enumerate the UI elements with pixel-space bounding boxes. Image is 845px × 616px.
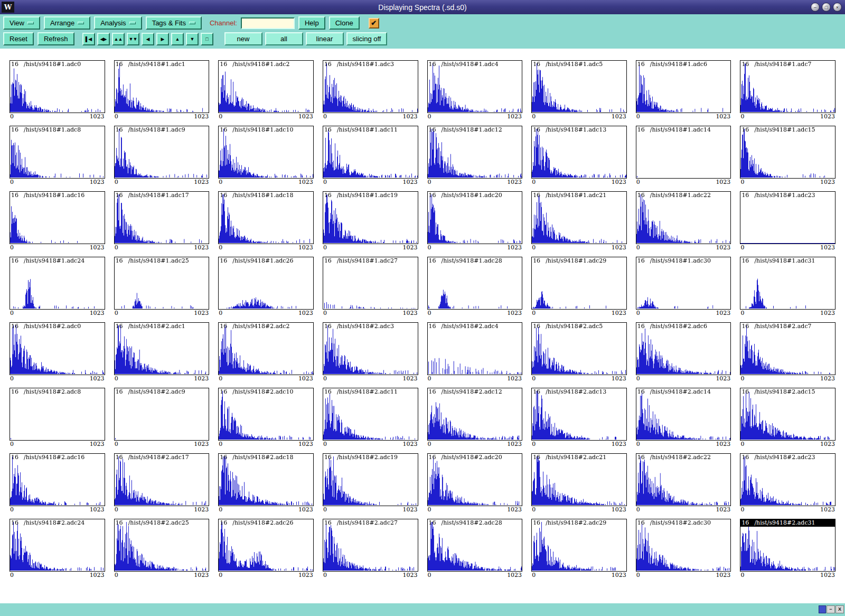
analysis-menu-button[interactable]: Analysis [94, 16, 142, 30]
spectrum-panel[interactable]: 16 /hist/s9418#1.adc23 0 1023 [740, 191, 835, 251]
spectrum-panel[interactable]: 16 /hist/s9418#2.adc23 0 1023 [740, 453, 835, 513]
view-menu-button[interactable]: View [3, 16, 40, 30]
spectrum-panel[interactable]: 16 /hist/s9418#1.adc29 0 1023 [531, 257, 627, 316]
spectrum-panel[interactable]: 16 /hist/s9418#2.adc13 0 1023 [531, 388, 627, 447]
spectrum-panel[interactable]: 16 /hist/s9418#1.adc6 0 1023 [636, 60, 731, 120]
spectrum-panel[interactable]: 16 /hist/s9418#2.adc6 0 1023 [636, 322, 731, 382]
spectrum-panel[interactable]: 16 /hist/s9418#2.adc24 0 1023 [10, 519, 105, 578]
spectrum-panel[interactable]: 16 /hist/s9418#2.adc29 0 1023 [531, 519, 627, 578]
tags-fits-menu-button[interactable]: Tags & Fits [146, 16, 202, 30]
spectrum-panel[interactable]: 16 /hist/s9418#1.adc11 0 1023 [323, 126, 418, 185]
spectrum-panel[interactable]: 16 /hist/s9418#2.adc4 0 1023 [427, 322, 523, 382]
arrange-menu-button[interactable]: Arrange [44, 16, 90, 30]
scroll-down-button[interactable]: ▼▼ [127, 33, 139, 45]
spectrum-panel[interactable]: 16 /hist/s9418#1.adc26 0 1023 [218, 257, 314, 316]
corner-close-button[interactable]: X [835, 605, 844, 613]
pane-down-button[interactable]: ▼ [186, 33, 199, 45]
spectrum-panel[interactable]: 16 /hist/s9418#1.adc21 0 1023 [531, 191, 627, 251]
spectrum-panel[interactable]: 16 /hist/s9418#2.adc12 0 1023 [427, 388, 523, 447]
spectrum-panel[interactable]: 16 /hist/s9418#2.adc25 0 1023 [114, 519, 210, 578]
spectrum-panel[interactable]: 16 /hist/s9418#1.adc2 0 1023 [218, 60, 314, 120]
spectrum-panel[interactable]: 16 /hist/s9418#1.adc12 0 1023 [427, 126, 523, 185]
x-min-label: 0 [115, 375, 118, 382]
spectrum-panel[interactable]: 16 /hist/s9418#2.adc27 0 1023 [323, 519, 418, 578]
first-pane-button[interactable]: ▌◀ [82, 33, 95, 45]
spectrum-panel[interactable]: 16 /hist/s9418#1.adc14 0 1023 [636, 126, 731, 185]
new-button[interactable]: new [224, 32, 262, 45]
all-button[interactable]: all [265, 32, 303, 45]
spectrum-x-axis: 0 1023 [10, 113, 105, 120]
reset-button[interactable]: Reset [3, 32, 34, 45]
single-pane-button[interactable]: □ [201, 33, 213, 45]
spectrum-panel[interactable]: 16 /hist/s9418#1.adc16 0 1023 [10, 191, 105, 251]
refresh-button[interactable]: Refresh [37, 32, 74, 45]
spectrum-panel[interactable]: 16 /hist/s9418#2.adc9 0 1023 [114, 388, 210, 447]
spectrum-panel[interactable]: 16 /hist/s9418#1.adc0 0 1023 [10, 60, 105, 120]
minimize-button[interactable]: ‒ [811, 3, 820, 12]
spectrum-panel[interactable]: 16 /hist/s9418#1.adc18 0 1023 [218, 191, 314, 251]
spectrum-panel[interactable]: 16 /hist/s9418#2.adc17 0 1023 [114, 453, 210, 513]
spectrum-panel[interactable]: 16 /hist/s9418#2.adc11 0 1023 [323, 388, 418, 447]
spectrum-panel[interactable]: 16 /hist/s9418#1.adc25 0 1023 [114, 257, 210, 316]
swap-pane-button[interactable]: ◀▶ [97, 33, 110, 45]
spectrum-canvas [428, 61, 522, 113]
spectrum-panel[interactable]: 16 /hist/s9418#1.adc20 0 1023 [427, 191, 523, 251]
x-max-label: 1023 [716, 506, 730, 513]
spectrum-panel[interactable]: 16 /hist/s9418#1.adc4 0 1023 [427, 60, 523, 120]
status-checkbox[interactable]: ✔ [369, 18, 379, 29]
corner-minimize-button[interactable]: − [827, 605, 835, 613]
spectrum-panel[interactable]: 16 /hist/s9418#1.adc31 0 1023 [740, 257, 835, 316]
spectrum-panel[interactable]: 16 /hist/s9418#1.adc15 0 1023 [740, 126, 835, 185]
spectrum-panel[interactable]: 16 /hist/s9418#2.adc2 0 1023 [218, 322, 314, 382]
spectrum-panel[interactable]: 16 /hist/s9418#1.adc28 0 1023 [427, 257, 523, 316]
slicing-button[interactable]: slicing off [346, 32, 388, 45]
spectrum-panel[interactable]: 16 /hist/s9418#2.adc18 0 1023 [218, 453, 314, 513]
spectrum-panel[interactable]: 16 /hist/s9418#1.adc7 0 1023 [740, 60, 835, 120]
spectrum-panel[interactable]: 16 /hist/s9418#2.adc7 0 1023 [740, 322, 835, 382]
maximize-button[interactable]: □ [822, 3, 831, 12]
spectrum-panel[interactable]: 16 /hist/s9418#2.adc0 0 1023 [10, 322, 105, 382]
spectrum-panel[interactable]: 16 /hist/s9418#2.adc30 0 1023 [636, 519, 731, 578]
spectrum-panel[interactable]: 16 /hist/s9418#2.adc20 0 1023 [427, 453, 523, 513]
spectrum-panel[interactable]: 16 /hist/s9418#1.adc22 0 1023 [636, 191, 731, 251]
window-menu-icon[interactable]: W [2, 2, 14, 13]
spectrum-panel[interactable]: 16 /hist/s9418#2.adc8 0 1023 [10, 388, 105, 447]
spectrum-panel[interactable]: 16 /hist/s9418#1.adc27 0 1023 [323, 257, 418, 316]
spectrum-panel[interactable]: 16 /hist/s9418#1.adc3 0 1023 [323, 60, 418, 120]
spectrum-panel[interactable]: 16 /hist/s9418#2.adc19 0 1023 [323, 453, 418, 513]
close-button[interactable]: × [833, 3, 842, 12]
spectrum-panel[interactable]: 16 /hist/s9418#1.adc10 0 1023 [218, 126, 314, 185]
linear-button[interactable]: linear [306, 32, 344, 45]
spectrum-panel[interactable]: 16 /hist/s9418#1.adc9 0 1023 [114, 126, 210, 185]
x-max-label: 1023 [403, 113, 418, 120]
spectrum-panel[interactable]: 16 /hist/s9418#2.adc21 0 1023 [531, 453, 627, 513]
spectrum-panel[interactable]: 16 /hist/s9418#1.adc17 0 1023 [114, 191, 210, 251]
help-button[interactable]: Help [298, 16, 325, 30]
pane-right-button[interactable]: ▶ [156, 33, 169, 45]
spectrum-panel[interactable]: 16 /hist/s9418#2.adc31 0 1023 [740, 519, 835, 578]
spectrum-panel[interactable]: 16 /hist/s9418#2.adc1 0 1023 [114, 322, 210, 382]
spectrum-panel[interactable]: 16 /hist/s9418#2.adc14 0 1023 [636, 388, 731, 447]
spectrum-panel[interactable]: 16 /hist/s9418#2.adc15 0 1023 [740, 388, 835, 447]
channel-input[interactable] [241, 17, 295, 29]
spectrum-panel[interactable]: 16 /hist/s9418#2.adc28 0 1023 [427, 519, 523, 578]
spectrum-panel[interactable]: 16 /hist/s9418#1.adc30 0 1023 [636, 257, 731, 316]
spectrum-panel[interactable]: 16 /hist/s9418#1.adc13 0 1023 [531, 126, 627, 185]
spectrum-panel[interactable]: 16 /hist/s9418#2.adc16 0 1023 [10, 453, 105, 513]
spectrum-panel[interactable]: 16 /hist/s9418#2.adc3 0 1023 [323, 322, 418, 382]
spectrum-canvas [219, 126, 313, 178]
spectrum-panel[interactable]: 16 /hist/s9418#1.adc1 0 1023 [114, 60, 210, 120]
spectrum-panel[interactable]: 16 /hist/s9418#1.adc19 0 1023 [323, 191, 418, 251]
scroll-up-button[interactable]: ▲▲ [112, 33, 125, 45]
spectrum-panel[interactable]: 16 /hist/s9418#2.adc26 0 1023 [218, 519, 314, 578]
pane-up-button[interactable]: ▲ [171, 33, 184, 45]
spectrum-panel[interactable]: 16 /hist/s9418#2.adc10 0 1023 [218, 388, 314, 447]
pane-left-button[interactable]: ◀ [142, 33, 154, 45]
spectrum-panel[interactable]: 16 /hist/s9418#1.adc8 0 1023 [10, 126, 105, 185]
spectrum-panel[interactable]: 16 /hist/s9418#1.adc5 0 1023 [531, 60, 627, 120]
spectrum-canvas [323, 126, 418, 178]
spectrum-panel[interactable]: 16 /hist/s9418#1.adc24 0 1023 [10, 257, 105, 316]
clone-button[interactable]: Clone [329, 16, 360, 30]
spectrum-panel[interactable]: 16 /hist/s9418#2.adc5 0 1023 [531, 322, 627, 382]
spectrum-panel[interactable]: 16 /hist/s9418#2.adc22 0 1023 [636, 453, 731, 513]
